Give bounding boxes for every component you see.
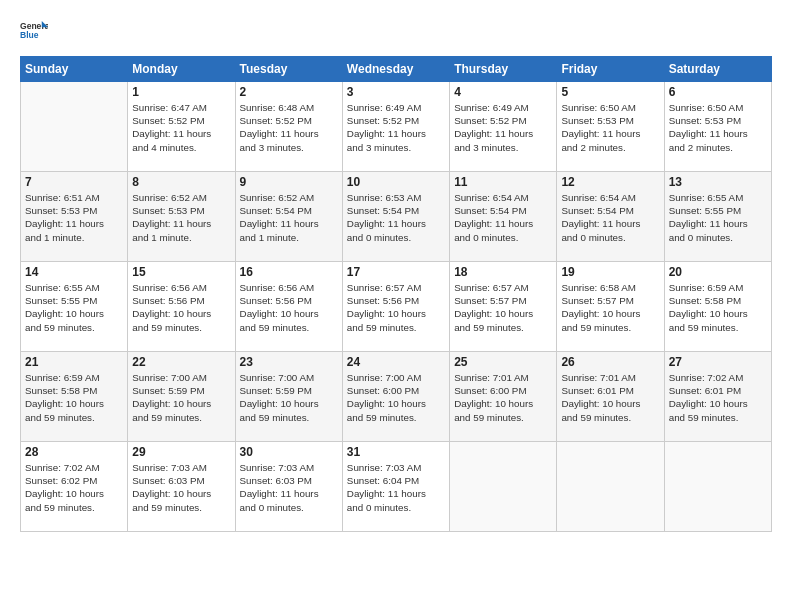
day-info: Sunrise: 6:49 AM Sunset: 5:52 PM Dayligh… <box>347 101 445 154</box>
week-row-2: 7Sunrise: 6:51 AM Sunset: 5:53 PM Daylig… <box>21 172 772 262</box>
day-info: Sunrise: 6:55 AM Sunset: 5:55 PM Dayligh… <box>25 281 123 334</box>
day-info: Sunrise: 6:57 AM Sunset: 5:56 PM Dayligh… <box>347 281 445 334</box>
day-number: 12 <box>561 175 659 189</box>
day-info: Sunrise: 6:56 AM Sunset: 5:56 PM Dayligh… <box>240 281 338 334</box>
day-info: Sunrise: 6:51 AM Sunset: 5:53 PM Dayligh… <box>25 191 123 244</box>
day-number: 20 <box>669 265 767 279</box>
day-cell: 19Sunrise: 6:58 AM Sunset: 5:57 PM Dayli… <box>557 262 664 352</box>
day-cell: 15Sunrise: 6:56 AM Sunset: 5:56 PM Dayli… <box>128 262 235 352</box>
day-info: Sunrise: 7:01 AM Sunset: 6:00 PM Dayligh… <box>454 371 552 424</box>
day-cell: 9Sunrise: 6:52 AM Sunset: 5:54 PM Daylig… <box>235 172 342 262</box>
day-number: 27 <box>669 355 767 369</box>
day-cell <box>664 442 771 532</box>
day-info: Sunrise: 7:03 AM Sunset: 6:03 PM Dayligh… <box>240 461 338 514</box>
day-number: 21 <box>25 355 123 369</box>
day-info: Sunrise: 7:03 AM Sunset: 6:04 PM Dayligh… <box>347 461 445 514</box>
day-number: 24 <box>347 355 445 369</box>
day-cell: 23Sunrise: 7:00 AM Sunset: 5:59 PM Dayli… <box>235 352 342 442</box>
day-info: Sunrise: 6:54 AM Sunset: 5:54 PM Dayligh… <box>454 191 552 244</box>
day-cell: 6Sunrise: 6:50 AM Sunset: 5:53 PM Daylig… <box>664 82 771 172</box>
day-cell <box>557 442 664 532</box>
day-info: Sunrise: 6:57 AM Sunset: 5:57 PM Dayligh… <box>454 281 552 334</box>
col-header-wednesday: Wednesday <box>342 57 449 82</box>
day-info: Sunrise: 6:52 AM Sunset: 5:53 PM Dayligh… <box>132 191 230 244</box>
day-number: 23 <box>240 355 338 369</box>
day-number: 28 <box>25 445 123 459</box>
day-number: 10 <box>347 175 445 189</box>
day-info: Sunrise: 6:53 AM Sunset: 5:54 PM Dayligh… <box>347 191 445 244</box>
header: General Blue <box>20 18 772 46</box>
day-number: 8 <box>132 175 230 189</box>
day-cell <box>21 82 128 172</box>
day-info: Sunrise: 7:02 AM Sunset: 6:02 PM Dayligh… <box>25 461 123 514</box>
day-info: Sunrise: 6:55 AM Sunset: 5:55 PM Dayligh… <box>669 191 767 244</box>
day-info: Sunrise: 6:48 AM Sunset: 5:52 PM Dayligh… <box>240 101 338 154</box>
day-info: Sunrise: 6:47 AM Sunset: 5:52 PM Dayligh… <box>132 101 230 154</box>
day-cell: 28Sunrise: 7:02 AM Sunset: 6:02 PM Dayli… <box>21 442 128 532</box>
col-header-tuesday: Tuesday <box>235 57 342 82</box>
day-info: Sunrise: 6:52 AM Sunset: 5:54 PM Dayligh… <box>240 191 338 244</box>
day-cell: 8Sunrise: 6:52 AM Sunset: 5:53 PM Daylig… <box>128 172 235 262</box>
day-info: Sunrise: 6:58 AM Sunset: 5:57 PM Dayligh… <box>561 281 659 334</box>
day-cell: 18Sunrise: 6:57 AM Sunset: 5:57 PM Dayli… <box>450 262 557 352</box>
day-number: 2 <box>240 85 338 99</box>
day-number: 29 <box>132 445 230 459</box>
logo-icon: General Blue <box>20 18 48 46</box>
day-number: 22 <box>132 355 230 369</box>
day-info: Sunrise: 6:59 AM Sunset: 5:58 PM Dayligh… <box>669 281 767 334</box>
col-header-saturday: Saturday <box>664 57 771 82</box>
col-header-sunday: Sunday <box>21 57 128 82</box>
day-number: 18 <box>454 265 552 279</box>
day-cell: 11Sunrise: 6:54 AM Sunset: 5:54 PM Dayli… <box>450 172 557 262</box>
day-cell: 1Sunrise: 6:47 AM Sunset: 5:52 PM Daylig… <box>128 82 235 172</box>
day-cell: 31Sunrise: 7:03 AM Sunset: 6:04 PM Dayli… <box>342 442 449 532</box>
calendar-table: SundayMondayTuesdayWednesdayThursdayFrid… <box>20 56 772 532</box>
day-cell: 24Sunrise: 7:00 AM Sunset: 6:00 PM Dayli… <box>342 352 449 442</box>
day-number: 5 <box>561 85 659 99</box>
day-cell: 2Sunrise: 6:48 AM Sunset: 5:52 PM Daylig… <box>235 82 342 172</box>
header-row: SundayMondayTuesdayWednesdayThursdayFrid… <box>21 57 772 82</box>
day-info: Sunrise: 6:50 AM Sunset: 5:53 PM Dayligh… <box>561 101 659 154</box>
col-header-friday: Friday <box>557 57 664 82</box>
day-cell: 7Sunrise: 6:51 AM Sunset: 5:53 PM Daylig… <box>21 172 128 262</box>
day-info: Sunrise: 6:59 AM Sunset: 5:58 PM Dayligh… <box>25 371 123 424</box>
logo: General Blue <box>20 18 48 46</box>
day-number: 9 <box>240 175 338 189</box>
day-number: 1 <box>132 85 230 99</box>
day-cell: 29Sunrise: 7:03 AM Sunset: 6:03 PM Dayli… <box>128 442 235 532</box>
day-number: 13 <box>669 175 767 189</box>
day-info: Sunrise: 6:56 AM Sunset: 5:56 PM Dayligh… <box>132 281 230 334</box>
week-row-4: 21Sunrise: 6:59 AM Sunset: 5:58 PM Dayli… <box>21 352 772 442</box>
day-cell: 17Sunrise: 6:57 AM Sunset: 5:56 PM Dayli… <box>342 262 449 352</box>
day-number: 19 <box>561 265 659 279</box>
day-number: 31 <box>347 445 445 459</box>
day-number: 7 <box>25 175 123 189</box>
day-cell: 20Sunrise: 6:59 AM Sunset: 5:58 PM Dayli… <box>664 262 771 352</box>
day-info: Sunrise: 6:54 AM Sunset: 5:54 PM Dayligh… <box>561 191 659 244</box>
day-cell: 25Sunrise: 7:01 AM Sunset: 6:00 PM Dayli… <box>450 352 557 442</box>
calendar-header: SundayMondayTuesdayWednesdayThursdayFrid… <box>21 57 772 82</box>
day-cell <box>450 442 557 532</box>
day-info: Sunrise: 7:01 AM Sunset: 6:01 PM Dayligh… <box>561 371 659 424</box>
day-number: 26 <box>561 355 659 369</box>
day-cell: 22Sunrise: 7:00 AM Sunset: 5:59 PM Dayli… <box>128 352 235 442</box>
day-number: 6 <box>669 85 767 99</box>
day-number: 14 <box>25 265 123 279</box>
day-cell: 16Sunrise: 6:56 AM Sunset: 5:56 PM Dayli… <box>235 262 342 352</box>
day-cell: 30Sunrise: 7:03 AM Sunset: 6:03 PM Dayli… <box>235 442 342 532</box>
day-cell: 27Sunrise: 7:02 AM Sunset: 6:01 PM Dayli… <box>664 352 771 442</box>
svg-text:Blue: Blue <box>20 30 39 40</box>
day-cell: 13Sunrise: 6:55 AM Sunset: 5:55 PM Dayli… <box>664 172 771 262</box>
day-info: Sunrise: 7:00 AM Sunset: 5:59 PM Dayligh… <box>240 371 338 424</box>
day-cell: 3Sunrise: 6:49 AM Sunset: 5:52 PM Daylig… <box>342 82 449 172</box>
col-header-monday: Monday <box>128 57 235 82</box>
day-info: Sunrise: 6:49 AM Sunset: 5:52 PM Dayligh… <box>454 101 552 154</box>
day-info: Sunrise: 7:03 AM Sunset: 6:03 PM Dayligh… <box>132 461 230 514</box>
day-number: 30 <box>240 445 338 459</box>
day-info: Sunrise: 7:02 AM Sunset: 6:01 PM Dayligh… <box>669 371 767 424</box>
week-row-5: 28Sunrise: 7:02 AM Sunset: 6:02 PM Dayli… <box>21 442 772 532</box>
day-info: Sunrise: 7:00 AM Sunset: 5:59 PM Dayligh… <box>132 371 230 424</box>
day-info: Sunrise: 7:00 AM Sunset: 6:00 PM Dayligh… <box>347 371 445 424</box>
day-number: 15 <box>132 265 230 279</box>
day-number: 3 <box>347 85 445 99</box>
